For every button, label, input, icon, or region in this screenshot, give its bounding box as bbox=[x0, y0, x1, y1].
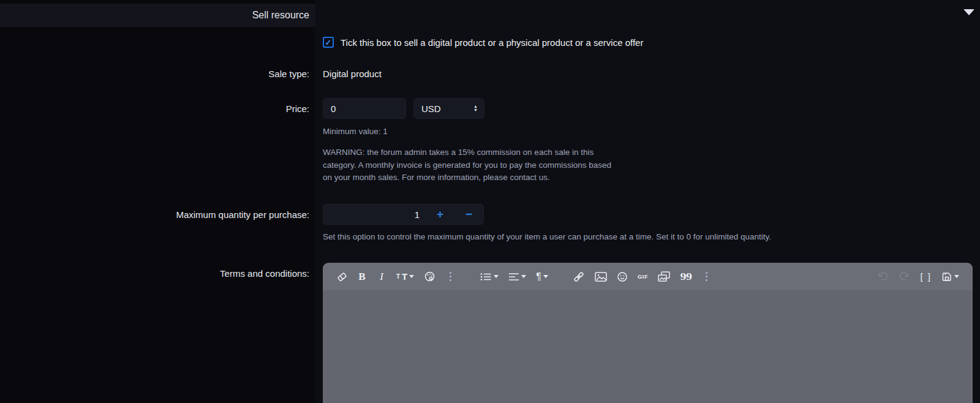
sale-type-row: Sale type: Digital product bbox=[0, 69, 980, 79]
quantity-hint-row: Set this option to control the maximum q… bbox=[0, 231, 980, 243]
eraser-icon bbox=[336, 271, 347, 282]
quote-button[interactable]: 99 bbox=[677, 268, 694, 286]
quantity-increment-button[interactable]: + bbox=[426, 205, 454, 224]
max-quantity-label: Maximum quantity per purchase: bbox=[0, 209, 315, 220]
undo-icon bbox=[877, 271, 889, 282]
quantity-decrement-button[interactable]: − bbox=[454, 205, 483, 224]
insert-smilie-button[interactable] bbox=[614, 268, 630, 286]
italic-button[interactable]: I bbox=[374, 268, 389, 286]
redo-icon bbox=[899, 271, 910, 282]
price-warning-row: WARNING: the forum admin takes a 15% com… bbox=[0, 142, 622, 184]
section-header: Sell resource bbox=[0, 4, 315, 27]
editor-body[interactable] bbox=[323, 290, 973, 403]
font-size-button[interactable]: TT bbox=[394, 268, 417, 286]
paragraph-format-button[interactable]: ¶ bbox=[533, 268, 551, 286]
max-quantity-row: Maximum quantity per purchase: 1 + − bbox=[0, 204, 980, 225]
save-drafts-icon bbox=[941, 271, 952, 282]
align-icon bbox=[508, 272, 519, 282]
currency-select-value: USD bbox=[421, 104, 473, 114]
caret-down-icon bbox=[521, 275, 526, 278]
vertical-dots-icon bbox=[449, 271, 452, 282]
text-color-button[interactable] bbox=[421, 268, 438, 286]
more-text-options-button[interactable] bbox=[443, 268, 458, 286]
insert-gif-button[interactable]: GIF bbox=[635, 268, 650, 286]
checkmark-icon: ✓ bbox=[325, 39, 332, 47]
list-button[interactable] bbox=[477, 268, 501, 286]
commission-warning: WARNING: the forum admin takes a 15% com… bbox=[323, 146, 622, 184]
undo-button[interactable] bbox=[875, 268, 891, 286]
alignment-button[interactable] bbox=[506, 268, 529, 286]
currency-select[interactable]: USD ▲ ▼ bbox=[413, 98, 484, 119]
section-title: Sell resource bbox=[252, 10, 309, 21]
collapse-chevron-icon[interactable] bbox=[963, 9, 974, 15]
bbcode-toggle-button[interactable]: [ ] bbox=[918, 268, 934, 286]
terms-row: Terms and conditions: bbox=[0, 263, 980, 403]
caret-down-icon bbox=[954, 275, 959, 278]
bold-button[interactable]: B bbox=[355, 268, 369, 286]
palette-icon bbox=[424, 271, 435, 282]
vertical-dots-icon bbox=[705, 271, 708, 282]
sell-checkbox[interactable]: ✓ bbox=[323, 37, 334, 48]
caret-down-icon bbox=[543, 275, 548, 278]
editor-toolbar: B I TT bbox=[323, 263, 973, 290]
remove-format-button[interactable] bbox=[334, 268, 350, 286]
quantity-spinner: 1 + − bbox=[323, 204, 484, 225]
media-gallery-icon bbox=[658, 271, 670, 282]
rich-text-editor: B I TT bbox=[323, 263, 973, 403]
insert-media-button[interactable] bbox=[655, 268, 673, 286]
smiley-icon bbox=[617, 271, 628, 282]
price-min-hint: Minimum value: 1 bbox=[323, 126, 388, 138]
quantity-hint: Set this option to control the maximum q… bbox=[323, 231, 771, 243]
list-icon bbox=[480, 272, 492, 282]
redo-button[interactable] bbox=[896, 268, 913, 286]
quantity-input[interactable]: 1 bbox=[323, 209, 426, 220]
price-input[interactable]: 0 bbox=[323, 98, 406, 119]
sell-resource-form: Sell resource ✓ Tick this box to sell a … bbox=[0, 0, 980, 403]
caret-down-icon bbox=[409, 275, 414, 278]
sell-checkbox-label[interactable]: Tick this box to sell a digital product … bbox=[341, 37, 643, 48]
select-updown-icon: ▲ ▼ bbox=[473, 105, 478, 113]
caret-down-icon bbox=[494, 275, 499, 278]
more-insert-options-button[interactable] bbox=[699, 268, 714, 286]
sell-toggle-row: ✓ Tick this box to sell a digital produc… bbox=[0, 37, 980, 48]
image-icon bbox=[595, 272, 607, 282]
price-min-hint-row: Minimum value: 1 bbox=[0, 126, 980, 138]
price-input-value: 0 bbox=[331, 104, 336, 114]
price-label: Price: bbox=[0, 104, 315, 114]
insert-image-button[interactable] bbox=[592, 268, 609, 286]
drafts-button[interactable] bbox=[939, 268, 962, 286]
terms-label: Terms and conditions: bbox=[0, 263, 315, 279]
sale-type-value: Digital product bbox=[323, 69, 382, 79]
price-row: Price: 0 USD ▲ ▼ bbox=[0, 98, 980, 119]
link-icon bbox=[573, 271, 585, 282]
sale-type-label: Sale type: bbox=[0, 69, 315, 79]
insert-link-button[interactable] bbox=[570, 268, 587, 286]
form-content: ✓ Tick this box to sell a digital produc… bbox=[0, 27, 980, 403]
